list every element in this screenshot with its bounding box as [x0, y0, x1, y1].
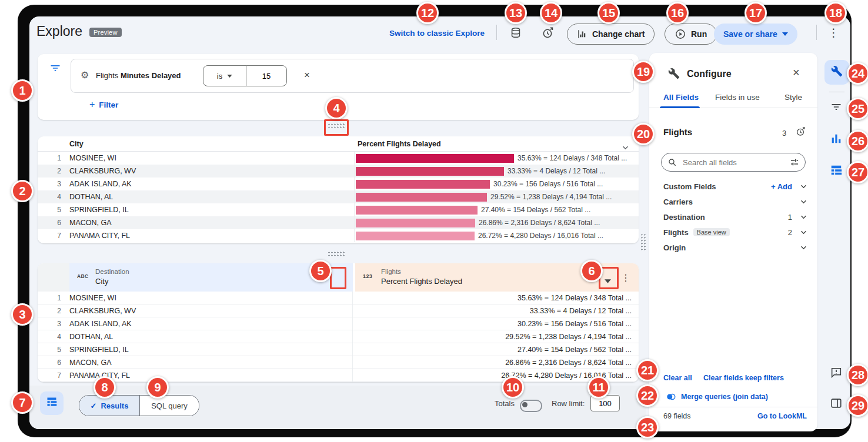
- viz-table-row[interactable]: 1 MOSINEE, WI 35.63% = 124 Delays / 348 …: [38, 152, 639, 165]
- change-chart-button[interactable]: Change chart: [567, 24, 655, 45]
- data-table-row[interactable]: 2 CLARKSBURG, WV 33.33% = 4 Delays / 12 …: [38, 304, 639, 317]
- value-cell[interactable]: 26.86% = 2,316 Delays / 8,624 Total ...: [353, 359, 639, 367]
- save-or-share-label: Save or share: [723, 29, 777, 39]
- auto-refresh-button[interactable]: [539, 25, 556, 42]
- field-count: 2: [788, 228, 792, 237]
- city-cell[interactable]: MACON, GA: [68, 356, 353, 369]
- totals-toggle[interactable]: [520, 400, 542, 412]
- chevron-down-icon[interactable]: [800, 200, 807, 204]
- tab-sql-query[interactable]: SQL query: [139, 396, 199, 416]
- field-group-row[interactable]: Carriers: [663, 194, 807, 209]
- viz-table-row[interactable]: 4 DOTHAN, AL 29.52% = 1,238 Delays / 4,1…: [38, 190, 639, 203]
- data-table-row[interactable]: 7 PANAMA CITY, FL 26.72% = 4,280 Delays …: [38, 369, 639, 382]
- add-filter-button[interactable]: + Filter: [89, 99, 118, 110]
- city-cell[interactable]: PANAMA CITY, FL: [68, 232, 354, 240]
- value-cell[interactable]: 33.33% = 4 Delays / 12 Total ...: [353, 307, 639, 315]
- bar-cell[interactable]: 35.63% = 124 Delays / 348 Total ...: [354, 152, 639, 165]
- value-cell[interactable]: 35.63% = 124 Delays / 348 Total ...: [353, 294, 639, 302]
- feedback-button[interactable]: [828, 366, 844, 382]
- viz-table-row[interactable]: 2 CLARKSBURG, WV 33.33% = 4 Delays / 12 …: [38, 165, 639, 178]
- bar-cell[interactable]: 33.33% = 4 Delays / 12 Total ...: [354, 165, 639, 178]
- city-cell[interactable]: CLARKSBURG, WV: [68, 167, 354, 175]
- tune-icon[interactable]: [790, 158, 799, 167]
- sort-chevron-icon[interactable]: [622, 142, 629, 152]
- data-table-row[interactable]: 6 MACON, GA 26.86% = 2,316 Delays / 8,62…: [38, 356, 639, 369]
- go-to-lookml-link[interactable]: Go to LookML: [757, 412, 807, 420]
- city-cell[interactable]: SPRINGFIELD, IL: [68, 206, 354, 214]
- toolbar-visualization-button[interactable]: [827, 130, 846, 149]
- field-group-row[interactable]: Custom Fields+ Add: [663, 179, 807, 194]
- viz-table-row[interactable]: 7 PANAMA CITY, FL 26.72% = 4,280 Delays …: [38, 229, 639, 242]
- merge-queries-link[interactable]: Merge queries (join data): [681, 393, 768, 401]
- bar-cell[interactable]: 26.86% = 2,316 Delays / 8,624 Total ...: [354, 216, 639, 229]
- value-cell[interactable]: 29.52% = 1,238 Delays / 4,194 Total ...: [353, 333, 639, 341]
- sql-runner-button[interactable]: [507, 25, 525, 42]
- clear-all-link[interactable]: Clear all: [663, 374, 692, 382]
- city-cell[interactable]: SPRINGFIELD, IL: [68, 343, 353, 356]
- save-or-share-button[interactable]: Save or share: [714, 24, 797, 45]
- panel-resize-dots[interactable]: [640, 233, 647, 251]
- toolbar-results-table-button[interactable]: [827, 162, 846, 181]
- run-label: Run: [691, 29, 707, 39]
- data-table-row[interactable]: 4 DOTHAN, AL 29.52% = 1,238 Delays / 4,1…: [38, 330, 639, 343]
- database-icon: [509, 26, 522, 41]
- search-all-fields[interactable]: [661, 153, 806, 172]
- city-cell[interactable]: MOSINEE, WI: [68, 292, 353, 304]
- collapse-panel-button[interactable]: [828, 396, 844, 413]
- city-cell[interactable]: CLARKSBURG, WV: [68, 304, 353, 317]
- remove-filter-icon[interactable]: ×: [304, 69, 310, 81]
- filter-list-icon[interactable]: [49, 62, 61, 76]
- bar-cell[interactable]: 29.52% = 1,238 Delays / 4,194 Total ...: [354, 190, 639, 203]
- run-button[interactable]: Run: [665, 24, 717, 45]
- value-cell[interactable]: 30.23% = 156 Delays / 516 Total ...: [353, 320, 639, 328]
- bar-cell[interactable]: 30.23% = 156 Delays / 516 Total ...: [354, 178, 639, 190]
- toolbar-configure-button[interactable]: [824, 60, 849, 85]
- viz-table-row[interactable]: 3 ADAK ISLAND, AK 30.23% = 156 Delays / …: [38, 178, 639, 190]
- clear-fields-keep-filters-link[interactable]: Clear fields keep filters: [703, 374, 784, 382]
- city-cell[interactable]: ADAK ISLAND, AK: [68, 180, 354, 188]
- viz-col-percent[interactable]: Percent Flights Delayed: [358, 140, 441, 148]
- field-group-row[interactable]: Origin: [663, 240, 807, 255]
- search-input[interactable]: [682, 158, 785, 168]
- switch-to-classic-link[interactable]: Switch to classic Explore: [389, 29, 485, 38]
- chevron-down-icon[interactable]: [800, 230, 807, 235]
- tab-results[interactable]: ✓ Results: [79, 396, 139, 416]
- viz-col-city[interactable]: City: [69, 140, 84, 148]
- tab-fields-in-use[interactable]: Fields in use: [715, 93, 760, 102]
- bar-value-label: 35.63% = 124 Delays / 348 Total ...: [518, 154, 627, 162]
- field-group-row[interactable]: Destination1: [663, 209, 807, 225]
- add-custom-field-link[interactable]: + Add: [771, 182, 792, 191]
- city-cell[interactable]: MOSINEE, WI: [68, 154, 354, 162]
- gear-icon[interactable]: ⚙: [81, 69, 89, 81]
- city-cell[interactable]: DOTHAN, AL: [68, 330, 353, 343]
- chevron-down-icon[interactable]: [800, 185, 807, 189]
- bar-cell[interactable]: 27.40% = 154 Delays / 562 Total ...: [354, 203, 639, 216]
- city-cell[interactable]: DOTHAN, AL: [68, 193, 354, 201]
- city-cell[interactable]: MACON, GA: [68, 219, 354, 227]
- viz-table-row[interactable]: 5 SPRINGFIELD, IL 27.40% = 154 Delays / …: [38, 203, 639, 216]
- data-table-row[interactable]: 3 ADAK ISLAND, AK 30.23% = 156 Delays / …: [38, 317, 639, 330]
- value-cell[interactable]: 27.40% = 154 Delays / 562 Total ...: [353, 346, 639, 354]
- table-view-button[interactable]: [40, 391, 64, 415]
- filter-operator-select[interactable]: is: [203, 65, 246, 86]
- refresh-clock-icon[interactable]: [795, 126, 806, 139]
- field-group-row[interactable]: FlightsBase view2: [663, 225, 807, 240]
- chevron-down-icon[interactable]: [800, 246, 807, 250]
- viz-table-row[interactable]: 6 MACON, GA 26.86% = 2,316 Delays / 8,62…: [38, 216, 639, 229]
- configure-panel: Configure × All Fields Fields in use Sty…: [649, 53, 817, 431]
- bar-cell[interactable]: 26.72% = 4,280 Delays / 16,016 Total ...: [354, 229, 639, 242]
- toolbar-filters-button[interactable]: [828, 100, 844, 116]
- tab-style[interactable]: Style: [784, 93, 802, 102]
- column-menu-icon[interactable]: ⋮: [621, 272, 630, 283]
- city-cell[interactable]: ADAK ISLAND, AK: [68, 317, 353, 330]
- tab-all-fields[interactable]: All Fields: [663, 93, 699, 102]
- chevron-down-icon[interactable]: [800, 215, 807, 219]
- table-icon: [46, 396, 58, 410]
- callout-box-2: [330, 267, 346, 289]
- data-table-row[interactable]: 1 MOSINEE, WI 35.63% = 124 Delays / 348 …: [38, 292, 639, 304]
- close-icon[interactable]: ×: [793, 66, 800, 79]
- drag-handle-dots[interactable]: [328, 251, 345, 257]
- header-overflow-menu-icon[interactable]: ⋮: [828, 27, 839, 38]
- filter-value-input[interactable]: [246, 65, 287, 86]
- data-table-row[interactable]: 5 SPRINGFIELD, IL 27.40% = 154 Delays / …: [38, 343, 639, 356]
